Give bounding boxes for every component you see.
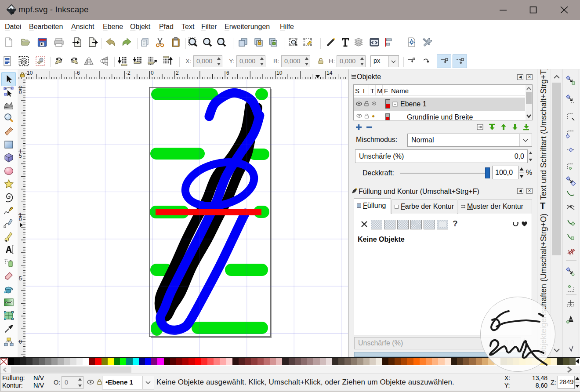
svg-text:0: 0 xyxy=(151,70,154,76)
svg-text:0: 0 xyxy=(19,216,22,222)
svg-text:10: 10 xyxy=(276,70,283,76)
svg-text:2: 2 xyxy=(176,70,179,76)
svg-text:-10: -10 xyxy=(25,70,33,76)
svg-text:0: 0 xyxy=(19,339,22,345)
svg-text:-2: -2 xyxy=(126,70,130,76)
svg-text:5: 5 xyxy=(19,153,22,159)
svg-text:14: 14 xyxy=(326,70,333,76)
svg-text:6: 6 xyxy=(226,70,229,76)
svg-text:0: 0 xyxy=(19,89,22,95)
svg-text:5: 5 xyxy=(19,276,22,282)
svg-text:-6: -6 xyxy=(75,70,80,76)
